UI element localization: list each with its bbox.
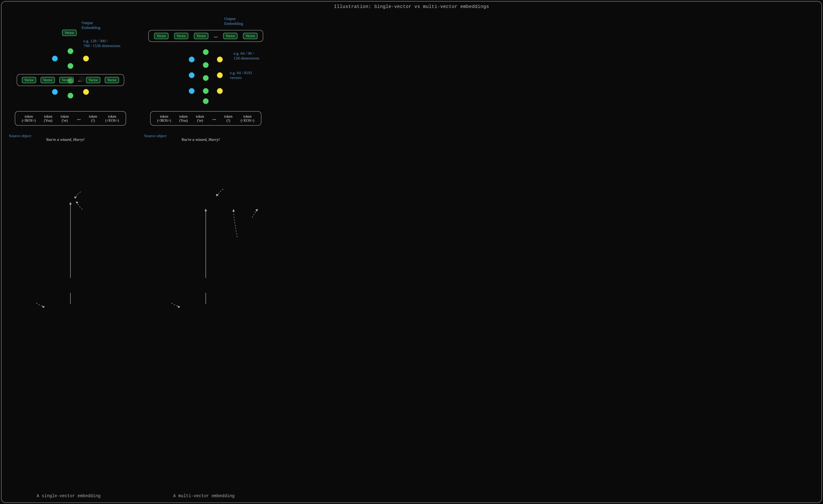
source-text: You're a wizard, Harry! xyxy=(181,137,220,142)
diagram-title: Illustration: Single-vector vs multi-vec… xyxy=(0,4,274,9)
token-bos: token(<BOS>) xyxy=(157,114,171,123)
token-re: token('re) xyxy=(196,114,204,123)
vector-chip: Vector xyxy=(194,33,208,39)
vector-chip: Vector xyxy=(86,77,101,83)
ellipsis: ... xyxy=(212,116,216,121)
output-vector-row: Vector Vector Vector ... Vector Vector xyxy=(148,30,263,42)
token-bang: token(!) xyxy=(224,114,232,123)
vector-chip: Vector xyxy=(105,77,119,83)
vector-chip: Vector xyxy=(174,33,188,39)
ann-output-embedding: Output Embedding xyxy=(224,16,243,26)
ann-single-dims: e.g. 128 / 300 / 768 / 1536 dimensions xyxy=(84,38,121,48)
token-bos: token(<BOS>) xyxy=(22,114,36,123)
ann-multi-dims: e.g. 64 / 96 / 128 dimensions xyxy=(233,51,259,61)
vector-chip: Vector xyxy=(22,77,36,83)
ann-source-object: Source object xyxy=(144,133,166,138)
token-you: token(You) xyxy=(179,114,188,123)
vector-chip: Vector xyxy=(243,33,258,39)
source-text: You're a wizard, Harry! xyxy=(46,137,85,142)
ellipsis: ... xyxy=(77,116,80,121)
output-vector-chip: Vector xyxy=(62,30,76,36)
token-eos: token(<EOS>) xyxy=(105,114,119,123)
ann-multi-vectors: e.g. 64 / 8192 vectors xyxy=(230,70,252,80)
vector-chip: Vector xyxy=(223,33,237,39)
panel-single-vector: Vector Vector Vector Vector ... Vector V… xyxy=(6,15,135,168)
token-row: token(<BOS>) token(You) token('re) ... t… xyxy=(15,111,126,126)
ellipsis: ... xyxy=(214,33,218,38)
token-you: token(You) xyxy=(44,114,52,123)
vector-chip: Vector xyxy=(154,33,168,39)
arrows-overlay xyxy=(6,15,135,168)
token-re: token('re) xyxy=(60,114,69,123)
token-bang: token(!) xyxy=(89,114,97,123)
vector-chip: Vector xyxy=(41,77,55,83)
token-eos: token(<EOS>) xyxy=(240,114,254,123)
ann-source-object: Source object xyxy=(9,133,31,138)
token-row: token(<BOS>) token(You) token('re) ... t… xyxy=(150,111,261,126)
ann-output-embedding: Output Embedding xyxy=(81,20,100,30)
panel-multi-vector: Vector Vector Vector ... Vector Vector t… xyxy=(141,15,271,168)
